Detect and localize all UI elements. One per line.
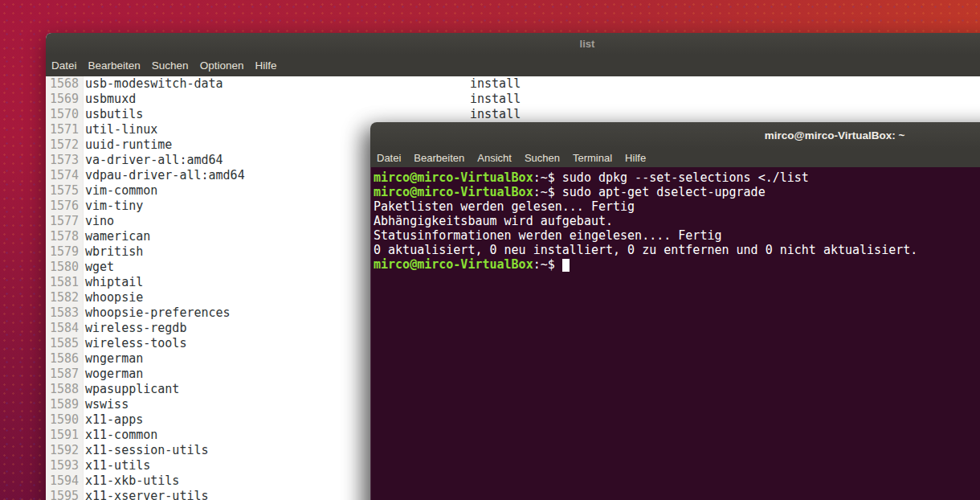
editor-menu-suchen[interactable]: Suchen	[146, 59, 194, 72]
line-number: 1584	[46, 321, 83, 336]
package-name: x11-common	[83, 428, 157, 442]
editor-line: 1569usbmuxdinstall	[46, 92, 980, 107]
line-number: 1581	[46, 275, 83, 290]
terminal-command: sudo apt-get dselect-upgrade	[562, 185, 766, 199]
editor-menu-hilfe[interactable]: Hilfe	[249, 59, 282, 72]
package-name: vim-common	[83, 183, 157, 198]
terminal-line: Statusinformationen werden eingelesen...…	[374, 228, 980, 243]
package-name: x11-xkb-utils	[83, 473, 179, 488]
line-number: 1569	[46, 92, 83, 107]
line-number: 1573	[46, 153, 83, 168]
line-number: 1575	[46, 183, 83, 199]
terminal-menu-ansicht[interactable]: Ansicht	[471, 152, 518, 164]
package-name: wireless-regdb	[83, 321, 186, 335]
terminal-line: mirco@mirco-VirtualBox:~$ sudo apt-get d…	[374, 185, 980, 199]
line-number: 1568	[46, 76, 83, 92]
line-number: 1590	[46, 412, 83, 428]
terminal-output: 0 aktualisiert, 0 neu installiert, 0 zu …	[374, 243, 917, 257]
terminal-line: 0 aktualisiert, 0 neu installiert, 0 zu …	[374, 243, 980, 257]
prompt-path-symbol: :~$	[533, 170, 562, 185]
terminal-window-title: mirco@mirco-VirtualBox: ~	[765, 129, 905, 141]
package-name: usbmuxd	[83, 92, 136, 106]
terminal-line: Paketlisten werden gelesen... Fertig	[374, 199, 980, 214]
package-name: wamerican	[83, 229, 150, 244]
line-number: 1585	[46, 336, 83, 351]
line-number: 1592	[46, 443, 83, 458]
line-number: 1574	[46, 168, 83, 183]
terminal-menu-bearbeiten[interactable]: Bearbeiten	[407, 152, 471, 164]
editor-menu-bearbeiten[interactable]: Bearbeiten	[83, 59, 146, 72]
package-status: install	[470, 76, 521, 92]
package-name: util-linux	[83, 122, 157, 137]
package-name: whoopsie-preferences	[83, 305, 231, 320]
package-name: vino	[83, 214, 114, 228]
terminal-menu-datei[interactable]: Datei	[370, 152, 407, 164]
line-number: 1580	[46, 260, 83, 275]
line-number: 1583	[46, 305, 83, 321]
line-number: 1579	[46, 244, 83, 260]
terminal-cursor	[562, 259, 570, 272]
editor-menu-datei[interactable]: Datei	[46, 59, 83, 72]
desktop: { "editor": { "title": "list", "menu": […	[0, 0, 980, 500]
package-name: usbutils	[83, 107, 143, 121]
package-name: uuid-runtime	[83, 137, 172, 152]
prompt-user-host: mirco@mirco-VirtualBox	[374, 257, 533, 272]
editor-line: 1570usbutilsinstall	[46, 107, 980, 122]
terminal-line: Abhängigkeitsbaum wird aufgebaut.	[374, 214, 980, 228]
line-number: 1571	[46, 122, 83, 137]
package-name: x11-xserver-utils	[83, 489, 209, 500]
package-name: vim-tiny	[83, 199, 143, 213]
package-name: x11-utils	[83, 458, 150, 473]
terminal-line: mirco@mirco-VirtualBox:~$	[374, 257, 980, 272]
line-number: 1587	[46, 367, 83, 382]
editor-titlebar[interactable]: list	[46, 33, 980, 55]
terminal-command: sudo dpkg --set-selections <./list	[562, 170, 809, 185]
terminal-screen[interactable]: mirco@mirco-VirtualBox:~$ sudo dpkg --se…	[370, 167, 980, 500]
prompt-user-host: mirco@mirco-VirtualBox	[374, 185, 533, 199]
package-name: wget	[83, 260, 114, 274]
line-number: 1595	[46, 489, 83, 500]
prompt-path-symbol: :~$	[533, 257, 562, 272]
package-name: wireless-tools	[83, 336, 186, 350]
terminal-window: mirco@mirco-VirtualBox: ~ DateiBearbeite…	[370, 122, 980, 500]
line-number: 1576	[46, 199, 83, 214]
package-name: whiptail	[83, 275, 143, 289]
terminal-menu-hilfe[interactable]: Hilfe	[619, 152, 652, 164]
terminal-menu-suchen[interactable]: Suchen	[518, 152, 566, 164]
package-name: wpasupplicant	[83, 382, 179, 396]
line-number: 1589	[46, 397, 83, 412]
package-name: x11-session-utils	[83, 443, 209, 457]
editor-menubar: DateiBearbeitenSuchenOptionenHilfe	[46, 55, 980, 76]
terminal-output: Abhängigkeitsbaum wird aufgebaut.	[374, 214, 613, 228]
line-number: 1582	[46, 290, 83, 305]
package-status: install	[470, 107, 521, 122]
package-name: usb-modeswitch-data	[83, 76, 223, 91]
line-number: 1593	[46, 458, 83, 473]
line-number: 1578	[46, 229, 83, 244]
terminal-line: mirco@mirco-VirtualBox:~$ sudo dpkg --se…	[374, 170, 980, 185]
package-name: wogerman	[83, 367, 143, 381]
package-name: wbritish	[83, 244, 143, 259]
package-name: wngerman	[83, 351, 143, 366]
terminal-titlebar[interactable]: mirco@mirco-VirtualBox: ~	[370, 122, 980, 149]
terminal-menu-terminal[interactable]: Terminal	[566, 152, 619, 164]
terminal-menubar: DateiBearbeitenAnsichtSuchenTerminalHilf…	[370, 149, 980, 167]
line-number: 1588	[46, 382, 83, 397]
line-number: 1591	[46, 428, 83, 443]
package-name: x11-apps	[83, 412, 143, 427]
terminal-output: Statusinformationen werden eingelesen...…	[374, 228, 721, 243]
line-number: 1577	[46, 214, 83, 229]
prompt-path-symbol: :~$	[533, 185, 562, 199]
terminal-output: Paketlisten werden gelesen... Fertig	[374, 199, 635, 214]
line-number: 1570	[46, 107, 83, 122]
package-name: whoopsie	[83, 290, 143, 305]
editor-menu-optionen[interactable]: Optionen	[194, 59, 250, 72]
prompt-user-host: mirco@mirco-VirtualBox	[374, 170, 533, 185]
editor-line: 1568usb-modeswitch-datainstall	[46, 76, 980, 92]
package-name: vdpau-driver-all:amd64	[83, 168, 245, 182]
editor-window-title: list	[580, 38, 595, 50]
package-name: wswiss	[83, 397, 129, 412]
package-status: install	[470, 92, 521, 107]
line-number: 1586	[46, 351, 83, 367]
package-name: va-driver-all:amd64	[83, 153, 223, 167]
